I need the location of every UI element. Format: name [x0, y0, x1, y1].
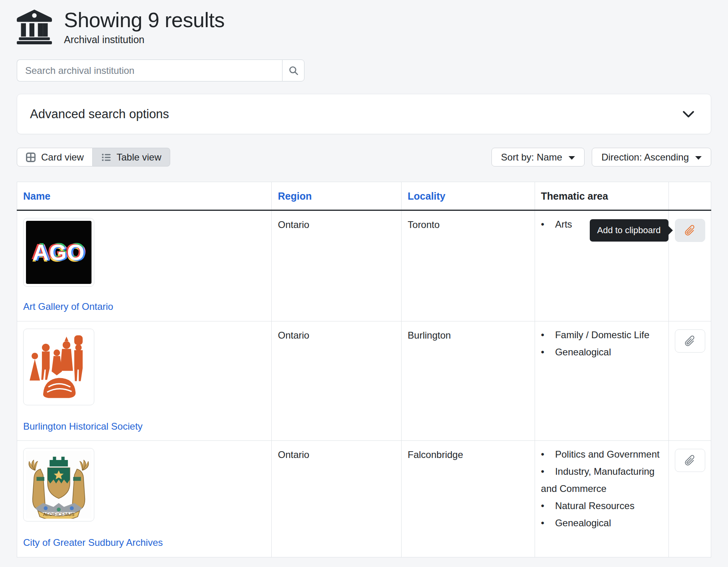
- archival-institution-browse-page: Showing 9 results Archival institution A…: [0, 0, 728, 557]
- table-header-row: Name Region Locality Thematic area: [17, 182, 711, 210]
- region-cell: Ontario: [272, 210, 402, 321]
- add-to-clipboard-tooltip: Add to clipboard: [590, 219, 668, 242]
- column-header-thematic-area: Thematic area: [535, 182, 668, 210]
- institution-logo-sudbury[interactable]: AEDIFICEMUS: [23, 448, 94, 521]
- sort-by-label: Sort by: Name: [501, 152, 562, 163]
- institution-link[interactable]: City of Greater Sudbury Archives: [23, 536, 163, 550]
- search-bar: [17, 59, 304, 81]
- title-block: Showing 9 results Archival institution: [64, 6, 225, 46]
- column-header-locality[interactable]: Locality: [402, 182, 535, 210]
- locality-cell: Burlington: [402, 321, 535, 441]
- column-header-region[interactable]: Region: [272, 182, 402, 210]
- clipboard-cell: [669, 321, 711, 441]
- table-view-button[interactable]: Table view: [93, 148, 170, 167]
- paperclip-icon: [684, 224, 696, 237]
- add-to-clipboard-button[interactable]: [675, 449, 705, 472]
- clipboard-cell: Add to clipboard: [669, 210, 711, 321]
- institution-link[interactable]: Burlington Historical Society: [23, 420, 143, 434]
- add-to-clipboard-button[interactable]: [675, 219, 705, 242]
- page-subtitle: Archival institution: [64, 34, 225, 46]
- sort-controls: Sort by: Name Direction: Ascending: [491, 148, 711, 167]
- locality-cell: Falconbridge: [402, 441, 535, 557]
- locality-cell: Toronto: [402, 210, 535, 321]
- table-row: AEDIFICEMUS City of Greater Sudbury Arch…: [17, 441, 711, 557]
- sudbury-coat-of-arms-image: AEDIFICEMUS: [26, 451, 91, 519]
- burlington-logo-image: [26, 331, 91, 402]
- paperclip-icon: [684, 335, 696, 347]
- institution-logo-ago[interactable]: AGO: [23, 218, 94, 287]
- sort-by-dropdown[interactable]: Sort by: Name: [491, 148, 585, 167]
- caret-down-icon: [695, 156, 702, 160]
- paperclip-icon: [684, 454, 696, 467]
- thematic-area-cell: Family / Domestic Life Genealogical: [535, 321, 668, 441]
- search-icon: [288, 65, 299, 76]
- thematic-item: Industry, Manufacturing and Commerce: [541, 463, 662, 497]
- coat-of-arms-motto: AEDIFICEMUS: [43, 512, 75, 517]
- results-toolbar: Card view Table view Sort by: Name: [17, 148, 711, 167]
- list-icon: [101, 152, 111, 163]
- column-header-name[interactable]: Name: [17, 182, 272, 210]
- table-row: AGO Art Gallery of Ontario Ontario Toron…: [17, 210, 711, 321]
- thematic-item: Natural Resources: [541, 497, 662, 514]
- thematic-item: Family / Domestic Life: [541, 326, 662, 343]
- chevron-down-icon: [681, 109, 696, 119]
- table-row: Burlington Historical Society Ontario Bu…: [17, 321, 711, 441]
- search-input[interactable]: [17, 59, 282, 81]
- name-cell: AEDIFICEMUS City of Greater Sudbury Arch…: [17, 441, 272, 557]
- institution-logo-burlington[interactable]: [23, 329, 94, 405]
- region-cell: Ontario: [272, 321, 402, 441]
- search-button[interactable]: [282, 59, 304, 81]
- column-header-clipboard: [669, 182, 711, 210]
- thematic-item: Genealogical: [541, 514, 662, 531]
- page-header: Showing 9 results Archival institution: [17, 6, 711, 47]
- clipboard-cell: [669, 441, 711, 557]
- advanced-search-toggle[interactable]: Advanced search options: [17, 94, 711, 134]
- sort-direction-dropdown[interactable]: Direction: Ascending: [592, 148, 711, 167]
- thematic-item: Genealogical: [541, 343, 662, 361]
- institution-link[interactable]: Art Gallery of Ontario: [23, 300, 113, 314]
- thematic-item: Politics and Government: [541, 446, 662, 463]
- add-to-clipboard-button[interactable]: [675, 329, 705, 353]
- page-title: Showing 9 results: [64, 7, 225, 33]
- view-toggle-group: Card view Table view: [17, 148, 170, 167]
- grid-icon: [26, 152, 36, 163]
- sort-direction-label: Direction: Ascending: [601, 152, 689, 163]
- ago-logo-image: AGO: [26, 221, 91, 284]
- advanced-search-label: Advanced search options: [30, 107, 169, 121]
- region-cell: Ontario: [272, 441, 402, 557]
- landmark-icon: [17, 6, 52, 47]
- card-view-label: Card view: [41, 152, 84, 163]
- results-table: Name Region Locality Thematic area AGO A…: [17, 182, 711, 557]
- name-cell: AGO Art Gallery of Ontario: [17, 210, 272, 321]
- caret-down-icon: [569, 156, 575, 160]
- card-view-button[interactable]: Card view: [17, 148, 93, 167]
- table-view-label: Table view: [117, 152, 161, 163]
- thematic-area-cell: Politics and Government Industry, Manufa…: [535, 441, 668, 557]
- name-cell: Burlington Historical Society: [17, 321, 272, 441]
